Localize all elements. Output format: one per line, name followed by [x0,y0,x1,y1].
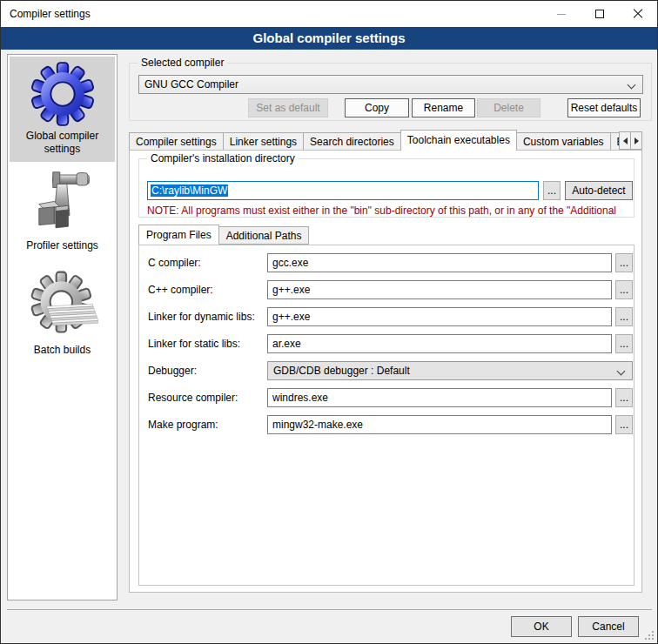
compiler-settings-dialog: Compiler settings Global compiler settin… [1,1,657,643]
browse-directory-button[interactable]: ... [543,181,561,200]
minimize-button[interactable] [542,1,581,27]
browse-button[interactable]: ... [615,307,633,326]
c-compiler-input[interactable] [267,253,612,272]
note-text: NOTE: All programs must exist either in … [147,205,632,217]
titlebar[interactable]: Compiler settings [1,1,657,27]
caliper-icon [28,168,97,238]
cpp-compiler-input[interactable] [267,280,612,299]
static-linker-input[interactable] [267,334,612,353]
field-label: C++ compiler: [148,280,213,299]
group-label: Compiler's installation directory [147,152,299,165]
browse-button[interactable]: ... [615,280,633,299]
sidebar-item-batch-builds[interactable]: Batch builds [8,271,117,357]
close-icon [633,9,643,19]
rename-button[interactable]: Rename [412,98,475,117]
form-row-dynamic-linker: Linker for dynamic libs: ... [139,307,634,326]
tab-custom-variables[interactable]: Custom variables [517,132,611,151]
cancel-button[interactable]: Cancel [578,616,639,637]
settings-tabstrip: Compiler settings Linker settings Search… [129,130,652,151]
copy-button[interactable]: Copy [345,98,409,117]
field-label: Linker for dynamic libs: [148,307,255,326]
arrow-left-icon [623,138,628,144]
compiler-select-value: GNU GCC Compiler [144,78,238,91]
sidebar-item-label: Global compiler settings [10,128,115,156]
tab-scroll-right-button[interactable] [630,131,642,150]
minimize-icon [557,14,566,15]
settings-category-sidebar: Global compiler settings [7,54,118,600]
group-label: Selected compiler [138,57,227,70]
sidebar-item-global-compiler-settings[interactable]: Global compiler settings [10,57,115,162]
ok-button[interactable]: OK [511,616,572,637]
tab-additional-paths[interactable]: Additional Paths [219,226,310,245]
sidebar-item-label: Batch builds [30,342,94,357]
gray-gear-stack-icon [27,271,98,342]
resource-compiler-input[interactable] [267,388,612,407]
tab-linker-settings[interactable]: Linker settings [224,132,304,151]
window-title: Compiler settings [10,1,91,27]
form-row-make-program: Make program: ... [139,415,634,434]
program-files-tabstrip: Program Files Additional Paths [138,225,309,245]
footer-divider [7,609,652,610]
field-label: Resource compiler: [148,388,238,407]
sidebar-item-profiler-settings[interactable]: Profiler settings [8,168,117,252]
selected-compiler-group: Selected compiler GNU GCC Compiler Set a… [129,63,652,121]
sidebar-item-label: Profiler settings [23,238,102,252]
auto-detect-button[interactable]: Auto-detect [565,181,633,200]
tab-search-directories[interactable]: Search directories [304,132,401,151]
tab-scroll-left-button[interactable] [619,131,631,150]
toolchain-executables-page: Compiler's installation directory C:\ray… [129,150,642,593]
tab-compiler-settings[interactable]: Compiler settings [129,132,224,151]
form-row-debugger: Debugger: GDB/CDB debugger : Default [139,361,634,380]
delete-button[interactable]: Delete [477,98,540,117]
field-label: Linker for static libs: [148,334,240,353]
program-files-panel: C compiler: ... C++ compiler: ... Linker… [138,245,634,586]
dynamic-linker-input[interactable] [267,307,612,326]
form-row-cpp-compiler: C++ compiler: ... [139,280,634,299]
field-label: C compiler: [148,253,201,272]
tab-program-files[interactable]: Program Files [138,225,219,245]
debugger-select-value: GDB/CDB debugger : Default [273,365,410,377]
tab-scroll-arrows [620,131,642,150]
make-program-input[interactable] [267,415,612,434]
blue-gear-icon [29,60,97,128]
tab-toolchain-executables[interactable]: Toolchain executables [400,130,517,151]
form-row-resource-compiler: Resource compiler: ... [139,388,634,407]
maximize-button[interactable] [581,1,619,27]
resize-grip[interactable] [652,638,654,640]
debugger-select[interactable]: GDB/CDB debugger : Default [267,361,633,380]
close-button[interactable] [619,1,657,27]
selected-text: C:\raylib\MinGW [151,184,228,197]
compiler-select[interactable]: GNU GCC Compiler [138,75,643,94]
arrow-right-icon [634,138,639,144]
field-label: Debugger: [148,361,197,380]
form-row-static-linker: Linker for static libs: ... [139,334,634,353]
browse-button[interactable]: ... [615,415,633,434]
browse-button[interactable]: ... [615,388,633,407]
browse-button[interactable]: ... [615,253,633,272]
page-title: Global compiler settings [1,27,657,50]
installation-directory-group: Compiler's installation directory C:\ray… [138,158,634,218]
form-row-c-compiler: C compiler: ... [139,253,634,272]
browse-button[interactable]: ... [615,334,633,353]
maximize-icon [595,10,604,18]
chevron-down-icon [628,81,636,90]
set-as-default-button[interactable]: Set as default [248,98,328,117]
window-controls [542,1,657,27]
chevron-down-icon [617,367,626,376]
reset-defaults-button[interactable]: Reset defaults [567,98,641,117]
installation-directory-input[interactable]: C:\raylib\MinGW [147,181,539,200]
field-label: Make program: [148,415,218,434]
